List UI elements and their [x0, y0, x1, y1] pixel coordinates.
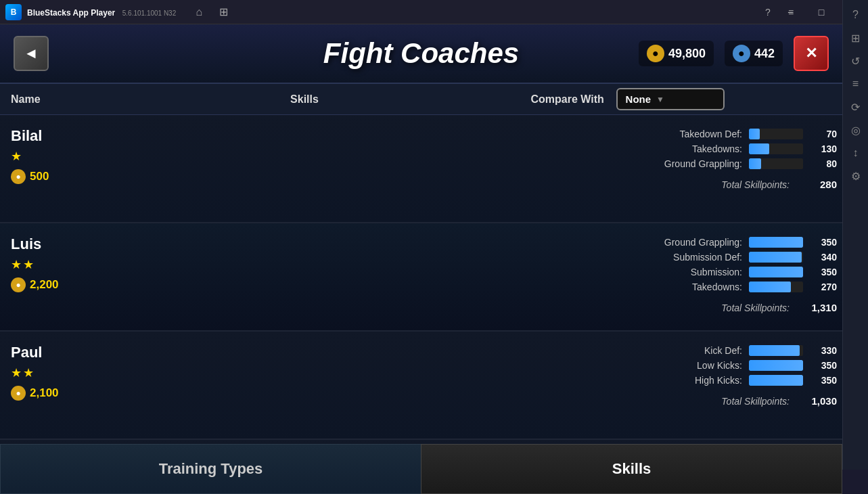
sidebar-grid-icon[interactable]: ⊞ [846, 28, 865, 47]
coach-info-paul: Paul ★ ★ ● 2,100 [0, 332, 196, 439]
blue-currency: ● 442 [725, 41, 783, 66]
star-icon: ★ [11, 257, 22, 272]
skill-bar [749, 267, 803, 277]
app-logo: B [5, 4, 22, 20]
cost-coin-icon: ● [11, 277, 26, 292]
table-row: Paul ★ ★ ● 2,100 Kick Def: [0, 332, 842, 440]
column-headers: Name Skills Compare With None ▼ [0, 84, 842, 115]
skill-bar-container [749, 143, 803, 154]
skill-bar-container [749, 252, 803, 263]
star-icon: ★ [11, 149, 22, 164]
game-area: ◄ Fight Coaches ● 49,800 ● 442 ✕ Name Sk… [0, 24, 868, 494]
skill-rows: Takedown Def: 70 Takedowns: 130 [202, 123, 837, 169]
coach-info-bilal: Bilal ★ ● 500 [0, 115, 196, 222]
skill-bar-container [749, 360, 803, 371]
back-button[interactable]: ◄ [14, 36, 49, 71]
skill-rows: Kick Def: 330 Low Kicks: 350 [202, 340, 837, 386]
skill-row: Kick Def: 330 [202, 345, 837, 356]
skill-row: Takedowns: 270 [202, 282, 837, 292]
chevron-down-icon: ▼ [656, 95, 664, 104]
coach-stars: ★ [11, 149, 185, 164]
skill-bar-container [749, 375, 803, 386]
skill-bar [749, 158, 761, 169]
coach-stars: ★ ★ [11, 365, 185, 380]
cost-coin-icon: ● [11, 169, 26, 184]
sidebar-settings-icon[interactable]: ⚙ [846, 166, 865, 185]
skill-bar-container [749, 345, 803, 356]
coach-info-luis: Luis ★ ★ ● 2,200 [0, 223, 196, 330]
skill-row: Ground Grappling: 80 [202, 158, 837, 169]
skill-bar [749, 252, 802, 263]
sidebar-refresh-icon[interactable]: ↺ [846, 51, 865, 70]
col-skills-header: Skills [196, 93, 413, 106]
col-compare-header: Compare With None ▼ [413, 88, 842, 110]
coach-cost: ● 2,200 [11, 277, 185, 292]
sidebar-help-icon[interactable]: ? [846, 5, 865, 24]
skill-row: Takedowns: 130 [202, 143, 837, 154]
star-icon: ★ [23, 257, 34, 272]
skill-bar [749, 237, 803, 248]
skill-bar [749, 129, 760, 139]
skill-bar [749, 360, 803, 371]
star-icon: ★ [11, 365, 22, 380]
skill-rows: Ground Grappling: 350 Submission Def: [202, 231, 837, 292]
coach-stars: ★ ★ [11, 257, 185, 272]
skill-bar-container [749, 237, 803, 248]
skill-bar-container [749, 129, 803, 139]
table-row: Luis ★ ★ ● 2,200 Ground Grappling: [0, 223, 842, 332]
cost-coin-icon: ● [11, 386, 26, 401]
skill-row: High Kicks: 350 [202, 375, 837, 386]
skill-bar-container [749, 267, 803, 277]
gold-currency: ● 49,800 [639, 41, 714, 66]
total-row: Total Skillpoints: 1,310 [202, 295, 837, 313]
gold-value: 49,800 [668, 47, 706, 61]
coach-cost: ● 500 [11, 169, 185, 184]
sidebar-target-icon[interactable]: ◎ [846, 120, 865, 139]
skill-bar-container [749, 282, 803, 292]
skill-row: Submission: 350 [202, 267, 837, 277]
blue-value: 442 [754, 47, 775, 61]
total-row: Total Skillpoints: 1,030 [202, 388, 837, 407]
coach-name: Paul [11, 344, 185, 361]
total-row: Total Skillpoints: 280 [202, 172, 837, 190]
home-icon[interactable]: ⌂ [189, 3, 208, 22]
game-header: ◄ Fight Coaches ● 49,800 ● 442 ✕ [0, 24, 842, 84]
skill-row: Submission Def: 340 [202, 252, 837, 263]
nav-icons: ⌂ ⊞ [189, 3, 233, 22]
skill-row: Takedown Def: 70 [202, 129, 837, 139]
compare-dropdown[interactable]: None ▼ [616, 88, 725, 110]
coach-name: Bilal [11, 127, 185, 145]
coach-skills-bilal: Takedown Def: 70 Takedowns: 130 [196, 115, 842, 222]
sidebar-menu-icon[interactable]: ≡ [846, 74, 865, 93]
tab-training-types[interactable]: Training Types [0, 444, 421, 494]
skill-row: Low Kicks: 350 [202, 360, 837, 371]
main-content: ◄ Fight Coaches ● 49,800 ● 442 ✕ Name Sk… [0, 24, 842, 494]
grid-icon[interactable]: ⊞ [214, 3, 233, 22]
right-sidebar: ? ⊞ ↺ ≡ ⟳ ◎ ↕ ⚙ [842, 0, 868, 470]
game-close-button[interactable]: ✕ [794, 36, 829, 71]
currency-area: ● 49,800 ● 442 ✕ [639, 36, 829, 71]
page-title: Fight Coaches [323, 37, 519, 70]
coaches-list: Bilal ★ ● 500 Takedown Def: [0, 115, 842, 444]
skill-bar [749, 375, 803, 386]
bottom-tabs: Training Types Skills [0, 444, 842, 494]
skill-bar [749, 345, 800, 356]
minimize-button[interactable]: − [775, 0, 806, 24]
app-name-label: BlueStacks App Player 5.6.101.1001 N32 [27, 6, 176, 18]
titlebar: B BlueStacks App Player 5.6.101.1001 N32… [0, 0, 868, 24]
gold-coin-icon: ● [647, 45, 664, 62]
sidebar-resize-icon[interactable]: ↕ [846, 143, 865, 162]
col-name-header: Name [0, 93, 196, 106]
tab-skills[interactable]: Skills [421, 444, 842, 494]
skill-bar-container [749, 158, 803, 169]
coach-name: Luis [11, 235, 185, 253]
skill-row: Ground Grappling: 350 [202, 237, 837, 248]
coach-cost: ● 2,100 [11, 386, 185, 401]
sidebar-sync-icon[interactable]: ⟳ [846, 97, 865, 116]
skill-bar [749, 282, 791, 292]
coach-skills-paul: Kick Def: 330 Low Kicks: 350 [196, 332, 842, 439]
coach-skills-luis: Ground Grappling: 350 Submission Def: [196, 223, 842, 330]
skill-bar [749, 143, 769, 154]
maximize-button[interactable]: □ [806, 0, 837, 24]
star-icon: ★ [23, 365, 34, 380]
